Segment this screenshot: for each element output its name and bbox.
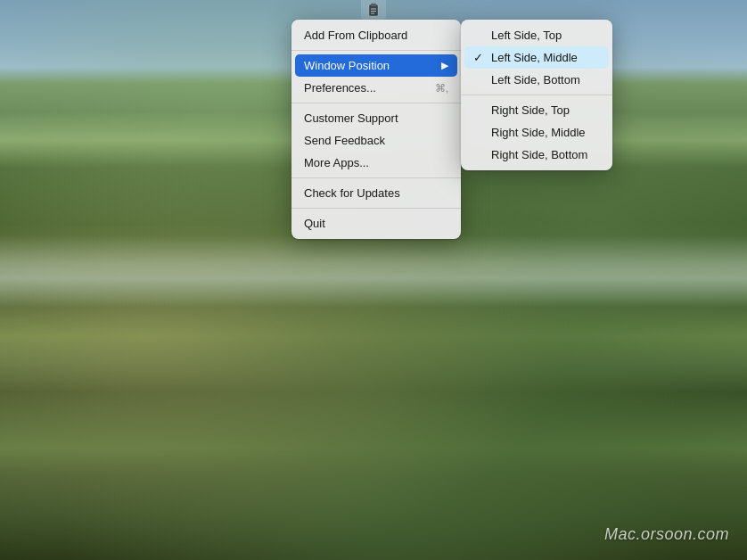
watermark: Mac.orsoon.com (604, 525, 729, 544)
menu-divider-4 (291, 208, 461, 209)
menu-item-preferences[interactable]: Preferences... ⌘, (291, 77, 461, 99)
svg-rect-1 (371, 4, 376, 6)
svg-rect-0 (369, 4, 378, 16)
menu-divider-3 (291, 177, 461, 178)
submenu-item-right-side-middle[interactable]: ✓ Right Side, Middle (461, 121, 612, 144)
menu-item-window-position[interactable]: Window Position ▶ (295, 54, 457, 77)
fog-layer (0, 235, 747, 307)
menu-divider-1 (291, 50, 461, 51)
chevron-right-icon: ▶ (441, 60, 448, 71)
menu-item-check-for-updates[interactable]: Check for Updates (291, 182, 461, 204)
submenu-item-right-side-top[interactable]: ✓ Right Side, Top (461, 99, 612, 121)
submenu-divider-1 (461, 95, 612, 95)
submenu-item-left-side-middle[interactable]: ✓ Left Side, Middle (464, 46, 609, 69)
menu-item-customer-support[interactable]: Customer Support (291, 107, 461, 129)
menu-item-quit[interactable]: Quit (291, 212, 461, 235)
menu-item-add-from-clipboard[interactable]: Add From Clipboard (291, 24, 461, 46)
menu-item-more-apps[interactable]: More Apps... (291, 152, 461, 174)
clipboard-icon (365, 3, 382, 17)
submenu-item-left-side-top[interactable]: ✓ Left Side, Top (461, 24, 612, 46)
main-context-menu: Add From Clipboard Window Position ▶ Pre… (291, 20, 461, 239)
window-position-submenu: ✓ Left Side, Top ✓ Left Side, Middle ✓ L… (461, 20, 612, 170)
menu-item-send-feedback[interactable]: Send Feedback (291, 129, 461, 152)
menu-divider-2 (291, 103, 461, 103)
submenu-item-left-side-bottom[interactable]: ✓ Left Side, Bottom (461, 69, 612, 91)
submenu-item-right-side-bottom[interactable]: ✓ Right Side, Bottom (461, 144, 612, 166)
app-menubar-icon[interactable] (361, 0, 386, 20)
